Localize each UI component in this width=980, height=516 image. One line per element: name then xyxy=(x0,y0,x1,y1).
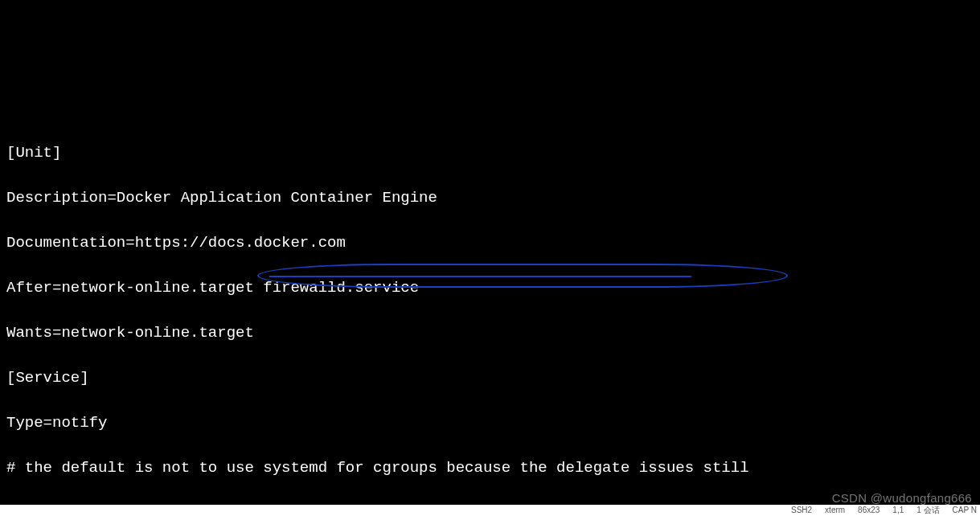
status-term: xterm xyxy=(825,505,845,516)
terminal-line: After=network-online.target firewalld.se… xyxy=(6,276,974,299)
status-cap: CAP N xyxy=(953,505,977,516)
status-session: 1 会话 xyxy=(916,505,939,516)
terminal-line: Type=notify xyxy=(6,412,974,434)
status-pos: 1,1 xyxy=(892,505,904,516)
terminal-line: [Unit] xyxy=(6,141,974,164)
status-bar: SSH2 xterm 86x23 1,1 1 会话 CAP N xyxy=(0,505,980,516)
terminal-line: [Service] xyxy=(6,367,974,389)
status-size: 86x23 xyxy=(858,505,880,516)
terminal-line: # the default is not to use systemd for … xyxy=(6,457,974,479)
terminal-line: Description=Docker Application Container… xyxy=(6,186,974,209)
terminal-line: Documentation=https://docs.docker.com xyxy=(6,231,974,254)
status-ssh: SSH2 xyxy=(791,505,812,516)
blank-line xyxy=(6,96,974,119)
terminal-line: Wants=network-online.target xyxy=(6,321,974,344)
